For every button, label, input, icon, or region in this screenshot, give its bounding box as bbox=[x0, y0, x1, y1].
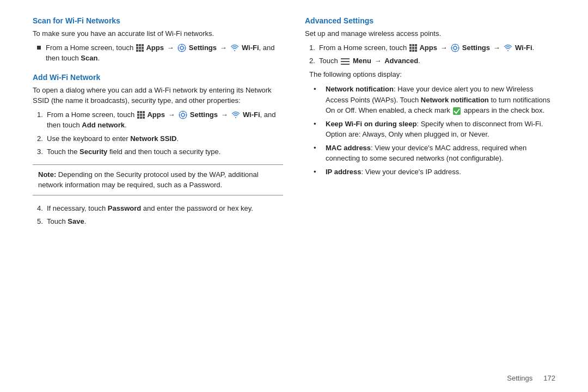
add-step1-row: 1. From a Home screen, touch Apps → bbox=[37, 109, 283, 131]
add-step5-row: 5. Touch Save. bbox=[37, 216, 283, 227]
svg-point-12 bbox=[454, 46, 457, 50]
add-section-title: Add Wi-Fi Network bbox=[33, 73, 283, 82]
apps-icon-3 bbox=[409, 44, 417, 52]
arrow-6: → bbox=[493, 44, 500, 52]
right-step1-content: From a Home screen, touch Apps → Setting… bbox=[319, 42, 555, 53]
save-label: Save bbox=[68, 217, 84, 225]
bullet-dot-3: • bbox=[314, 167, 322, 177]
step-num-2: 2. bbox=[37, 133, 47, 144]
note-text: Depending on the Security protocol used … bbox=[38, 170, 259, 189]
bullet-dot-2: • bbox=[314, 143, 322, 154]
add-step3-row: 3. Touch the Security field and then tou… bbox=[37, 146, 283, 157]
step-num-4: 4. bbox=[37, 203, 47, 214]
add-step2-row: 2. Use the keyboard to enter Network SSI… bbox=[37, 133, 283, 144]
footer-label: Settings bbox=[507, 374, 532, 382]
check-icon bbox=[453, 107, 461, 115]
svg-point-6 bbox=[181, 113, 185, 117]
add-step4-content: If necessary, touch Password and enter t… bbox=[47, 203, 283, 214]
footer-page: 172 bbox=[543, 374, 555, 382]
scan-step-content: From a Home screen, touch Apps → bbox=[46, 42, 283, 64]
step-num-1: 1. bbox=[37, 109, 47, 120]
scan-step-text: From a Home screen, touch bbox=[46, 44, 133, 52]
add-intro: To open a dialog where you can add a Wi-… bbox=[33, 85, 283, 106]
bullet-mac-address: • MAC address: View your device's MAC ad… bbox=[314, 143, 555, 164]
bullet-content-1: Keep Wi-Fi on during sleep: Specify when… bbox=[326, 119, 555, 140]
svg-point-1 bbox=[178, 44, 186, 52]
apps-label-3: Apps bbox=[419, 44, 437, 52]
apps-label: Apps bbox=[146, 44, 164, 52]
keep-wifi-label: Keep Wi-Fi on during sleep bbox=[326, 120, 416, 128]
svg-rect-19 bbox=[341, 61, 350, 62]
arrow-3: → bbox=[168, 111, 175, 119]
security-label: Security bbox=[79, 148, 107, 156]
left-column: Scan for Wi-Fi Networks To make sure you… bbox=[33, 16, 283, 376]
wifi-label-scan: Wi-Fi bbox=[242, 44, 259, 52]
wifi-icon-3 bbox=[504, 44, 512, 52]
add-step1-start: From a Home screen, touch bbox=[47, 111, 134, 119]
right-step2-content: Touch Menu → Advanced. bbox=[319, 56, 555, 66]
settings-icon-3 bbox=[451, 44, 460, 52]
step-num-3: 3. bbox=[37, 146, 47, 157]
password-label: Password bbox=[108, 204, 141, 212]
add-step5-content: Touch Save. bbox=[47, 216, 283, 227]
settings-icon-2 bbox=[179, 111, 187, 119]
following-text: The following options display: bbox=[309, 69, 555, 80]
ip-address-label: IP address bbox=[326, 168, 362, 176]
bullet-dot-1: • bbox=[314, 119, 322, 130]
arrow-2: → bbox=[220, 44, 227, 52]
bullet-content-2: MAC address: View your device's MAC addr… bbox=[326, 143, 555, 164]
menu-label: Menu bbox=[353, 57, 371, 65]
svg-point-13 bbox=[451, 44, 459, 52]
scan-label: Scan bbox=[81, 54, 97, 62]
right-step2-row: 2. Touch Menu → Advanced. bbox=[309, 56, 555, 66]
menu-icon bbox=[341, 58, 350, 65]
scan-intro: To make sure you have an accurate list o… bbox=[33, 28, 283, 39]
settings-label-2: Settings bbox=[190, 111, 218, 119]
bullet-network-notification: • Network notification: Have your device… bbox=[314, 84, 555, 116]
bullet-keep-wifi: • Keep Wi-Fi on during sleep: Specify wh… bbox=[314, 119, 555, 140]
wifi-label-add: Wi-Fi bbox=[243, 111, 260, 119]
bullet-content-3: IP address: View your device's IP addres… bbox=[326, 167, 555, 177]
right-step1-start: From a Home screen, touch bbox=[319, 44, 407, 52]
bullet-ip-address: • IP address: View your device's IP addr… bbox=[314, 167, 555, 177]
apps-icon bbox=[136, 44, 144, 52]
settings-icon bbox=[177, 44, 186, 52]
network-notification-label-2: Network notification bbox=[421, 96, 489, 104]
advanced-label: Advanced bbox=[384, 57, 418, 65]
arrow-4: → bbox=[221, 111, 228, 119]
mac-address-label: MAC address bbox=[326, 144, 371, 152]
arrow-1: → bbox=[167, 44, 174, 52]
square-bullet-icon bbox=[37, 42, 46, 53]
scan-section-title: Scan for Wi-Fi Networks bbox=[33, 16, 283, 25]
scan-step-row: From a Home screen, touch Apps → bbox=[37, 42, 283, 64]
note-box: Note: Depending on the Security protocol… bbox=[33, 164, 283, 195]
add-step1-content: From a Home screen, touch Apps → Setting… bbox=[47, 109, 283, 131]
add-step2-content: Use the keyboard to enter Network SSID. bbox=[47, 133, 283, 144]
network-ssid-label: Network SSID bbox=[130, 134, 176, 143]
arrow-7: → bbox=[375, 57, 384, 65]
svg-rect-18 bbox=[341, 58, 350, 59]
wifi-label-3: Wi-Fi bbox=[515, 44, 532, 52]
apps-label-2: Apps bbox=[147, 111, 165, 119]
step-num-5: 5. bbox=[37, 216, 47, 227]
add-network-label: Add network bbox=[82, 121, 125, 129]
wifi-icon-2 bbox=[231, 111, 240, 119]
wifi-icon bbox=[230, 44, 239, 52]
advanced-section-title: Advanced Settings bbox=[305, 16, 555, 25]
svg-point-0 bbox=[180, 46, 183, 50]
network-notification-label: Network notification bbox=[326, 85, 394, 93]
bullet-content-0: Network notification: Have your device a… bbox=[326, 84, 555, 116]
add-step3-content: Touch the Security field and then touch … bbox=[47, 146, 283, 157]
right-step-num-2: 2. bbox=[309, 56, 319, 66]
settings-label-3: Settings bbox=[462, 44, 490, 52]
right-column: Advanced Settings Set up and manage wire… bbox=[305, 16, 555, 376]
apps-icon-2 bbox=[137, 111, 145, 119]
right-step-num-1: 1. bbox=[309, 42, 319, 53]
bullet-dot-0: • bbox=[314, 84, 322, 95]
note-label: Note: bbox=[38, 170, 56, 179]
svg-rect-20 bbox=[341, 64, 350, 65]
svg-point-7 bbox=[179, 111, 187, 119]
footer: Settings 172 bbox=[507, 374, 555, 382]
right-step1-row: 1. From a Home screen, touch Apps → bbox=[309, 42, 555, 53]
settings-label: Settings bbox=[189, 44, 217, 52]
